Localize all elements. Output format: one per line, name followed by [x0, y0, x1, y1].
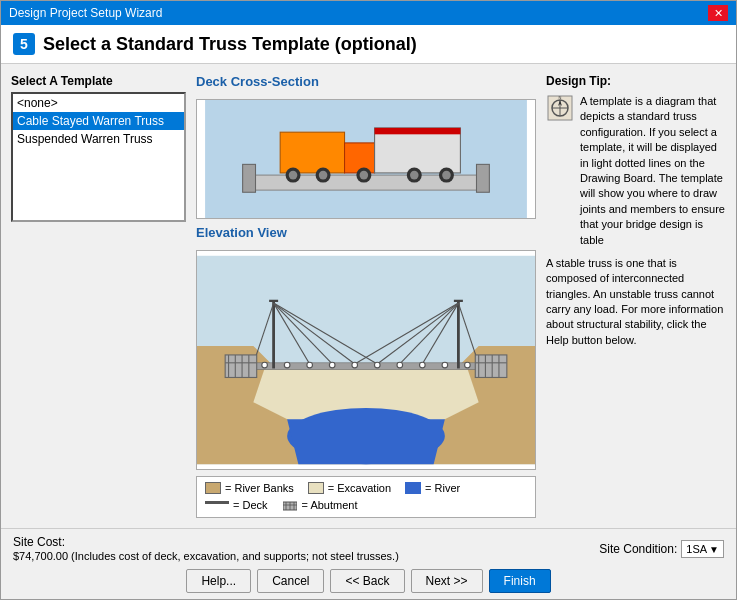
svg-point-16: [442, 171, 451, 180]
legend-river-box: [405, 482, 421, 494]
right-panel: Design Tip: N A template is a diagram th…: [546, 74, 726, 518]
deck-cross-section-view: [196, 99, 536, 219]
legend-river: = River: [405, 482, 460, 494]
legend-excavation: = Excavation: [308, 482, 391, 494]
back-button[interactable]: << Back: [330, 569, 404, 593]
svg-rect-5: [345, 143, 375, 173]
deck-cross-section-svg: [197, 100, 535, 218]
svg-point-40: [307, 362, 313, 368]
help-button[interactable]: Help...: [186, 569, 251, 593]
window-title: Design Project Setup Wizard: [9, 6, 162, 20]
legend-excavation-box: [308, 482, 324, 494]
design-tip-text1: A template is a diagram that depicts a s…: [580, 94, 726, 248]
legend-abutment: = Abutment: [282, 498, 358, 512]
svg-rect-3: [476, 164, 489, 192]
svg-marker-22: [287, 419, 445, 464]
svg-point-43: [374, 362, 380, 368]
finish-button[interactable]: Finish: [489, 569, 551, 593]
cancel-button[interactable]: Cancel: [257, 569, 324, 593]
legend: = River Banks = Excavation = River = Dec…: [196, 476, 536, 518]
template-list[interactable]: <none> Cable Stayed Warren Truss Suspend…: [11, 92, 186, 222]
design-tip-title: Design Tip:: [546, 74, 726, 88]
svg-rect-48: [225, 355, 257, 378]
site-condition-label: Site Condition:: [599, 542, 677, 556]
elevation-view: [196, 250, 536, 470]
svg-rect-12: [375, 128, 461, 173]
legend-river-banks-box: [205, 482, 221, 494]
deck-cross-section-label: Deck Cross-Section: [196, 74, 536, 89]
legend-river-banks: = River Banks: [205, 482, 294, 494]
svg-point-39: [284, 362, 290, 368]
cost-value: $74,700.00 (Includes cost of deck, excav…: [13, 550, 399, 562]
design-tip-content: N A template is a diagram that depicts a…: [546, 94, 726, 248]
svg-point-11: [360, 171, 369, 180]
svg-rect-4: [280, 132, 344, 173]
svg-point-45: [420, 362, 426, 368]
svg-point-38: [262, 362, 268, 368]
next-button[interactable]: Next >>: [411, 569, 483, 593]
legend-river-banks-label: = River Banks: [225, 482, 294, 494]
svg-point-47: [465, 362, 471, 368]
elevation-svg: [197, 251, 535, 469]
svg-text:N: N: [559, 95, 562, 100]
main-window: Design Project Setup Wizard ✕ 5 Select a…: [0, 0, 737, 600]
site-condition-dropdown[interactable]: 1SA ▼: [681, 540, 724, 558]
cost-label: Site Cost:: [13, 535, 65, 549]
svg-rect-54: [475, 355, 507, 378]
legend-river-label: = River: [425, 482, 460, 494]
legend-abutment-label: = Abutment: [302, 499, 358, 511]
site-condition-row: Site Condition: 1SA ▼: [599, 540, 724, 558]
legend-excavation-label: = Excavation: [328, 482, 391, 494]
svg-point-14: [410, 171, 419, 180]
footer-cost-row: Site Cost: $74,700.00 (Includes cost of …: [13, 535, 724, 563]
legend-abutment-icon: [282, 498, 298, 512]
design-tip-text2: A stable truss is one that is composed o…: [546, 256, 726, 348]
footer: Site Cost: $74,700.00 (Includes cost of …: [1, 528, 736, 599]
svg-point-9: [319, 171, 328, 180]
svg-rect-2: [243, 164, 256, 192]
elevation-view-label: Elevation View: [196, 225, 536, 240]
site-condition-value: 1SA: [686, 543, 707, 555]
template-none[interactable]: <none>: [13, 94, 184, 112]
template-list-label: Select A Template: [11, 74, 186, 88]
step-header: 5 Select a Standard Truss Template (opti…: [1, 25, 736, 64]
svg-point-44: [397, 362, 403, 368]
legend-deck-label: = Deck: [233, 499, 268, 511]
step-title: Select a Standard Truss Template (option…: [43, 34, 417, 55]
step-number: 5: [13, 33, 35, 55]
svg-point-46: [442, 362, 448, 368]
template-cable-stayed[interactable]: Cable Stayed Warren Truss: [13, 112, 184, 130]
close-button[interactable]: ✕: [708, 5, 728, 21]
template-suspended[interactable]: Suspended Warren Truss: [13, 130, 184, 148]
svg-point-41: [329, 362, 335, 368]
legend-deck-line: [205, 501, 229, 511]
title-bar: Design Project Setup Wizard ✕: [1, 1, 736, 25]
main-content: Select A Template <none> Cable Stayed Wa…: [1, 64, 736, 528]
footer-buttons: Help... Cancel << Back Next >> Finish: [13, 569, 724, 593]
footer-cost-info: Site Cost: $74,700.00 (Includes cost of …: [13, 535, 399, 563]
center-panel: Deck Cross-Section: [196, 74, 536, 518]
svg-point-42: [352, 362, 358, 368]
svg-rect-23: [242, 363, 490, 370]
svg-point-7: [289, 171, 298, 180]
svg-rect-17: [375, 128, 461, 134]
legend-deck: = Deck: [205, 498, 268, 512]
compass-icon: N: [546, 94, 574, 122]
dropdown-arrow-icon: ▼: [709, 544, 719, 555]
left-panel: Select A Template <none> Cable Stayed Wa…: [11, 74, 186, 518]
